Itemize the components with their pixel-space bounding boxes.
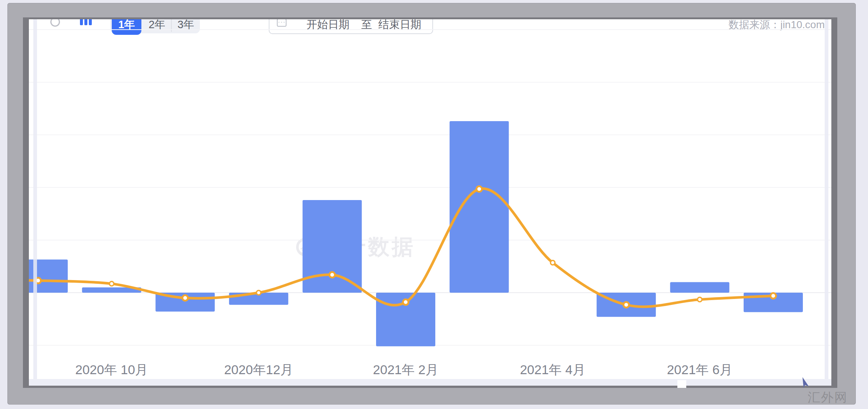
trend-line [29, 189, 773, 307]
x-axis: 2020年 10月2020年12月2021年 2月2021年 4月2021年 6… [29, 361, 831, 379]
line-marker-2021年6月[interactable] [697, 297, 702, 302]
line-marker-2020年12月[interactable] [257, 290, 261, 295]
app-window-frame: 1年 2年 3年 ··· 开始日期 至 结束日期 数据来源：jin10.com … [7, 3, 856, 405]
bottom-edge-strip [29, 379, 831, 386]
line-marker-2021年3月[interactable] [476, 186, 482, 192]
right-edge-strip[interactable] [825, 19, 828, 379]
left-edge-strip [33, 19, 37, 379]
line-marker-2020年10月[interactable] [110, 282, 114, 286]
bar-2021年3月[interactable] [450, 121, 509, 293]
x-tick-label: 2021年 2月 [373, 361, 438, 379]
line-marker-2021年7月[interactable] [771, 293, 776, 299]
line-marker-2020年11月[interactable] [182, 295, 188, 301]
x-tick-label: 2021年 4月 [520, 361, 586, 379]
x-tick-label: 2021年 6月 [667, 361, 733, 379]
chart-panel: 1年 2年 3年 ··· 开始日期 至 结束日期 数据来源：jin10.com … [23, 17, 837, 388]
line-marker-2021年2月[interactable] [403, 299, 409, 305]
frame-notch [677, 380, 686, 388]
combo-chart-plot[interactable] [29, 19, 831, 386]
page: { "toolbar": { "chart_type_icon": "bar-c… [0, 0, 868, 409]
line-marker-2021年5月[interactable] [623, 302, 629, 307]
line-marker-2021年4月[interactable] [550, 260, 555, 265]
bar-2021年6月[interactable] [670, 282, 729, 293]
line-marker-2021年1月[interactable] [329, 272, 335, 277]
x-tick-label: 2020年 10月 [75, 361, 148, 379]
mouse-cursor-icon [801, 376, 811, 388]
x-tick-label: 2020年12月 [224, 361, 293, 379]
bar-2021年1月[interactable] [302, 200, 362, 293]
site-watermark: 汇外网 [808, 389, 848, 406]
